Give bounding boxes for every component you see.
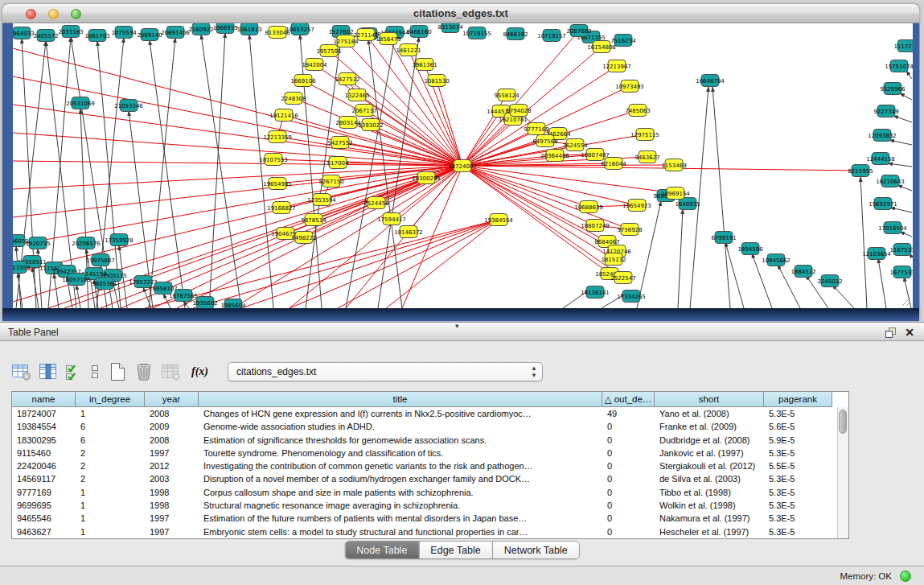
desktop-right-scrollbar[interactable]: [919, 23, 924, 308]
table-row[interactable]: 977716911998Corpus callosum shape and si…: [12, 486, 848, 499]
graph-node[interactable]: 2245012: [817, 275, 842, 287]
graph-node[interactable]: 9558124: [494, 89, 519, 101]
graph-node[interactable]: 15692971: [869, 198, 897, 210]
network-canvas-container[interactable]: 1964033240557220331831861763107553420691…: [13, 23, 913, 308]
graph-node[interactable]: 10945662: [762, 254, 791, 266]
graph-node[interactable]: 517004: [327, 157, 349, 169]
graph-node[interactable]: 8215955: [848, 165, 873, 177]
graph-node[interactable]: 5498222: [291, 232, 316, 244]
graph-node[interactable]: 9329966: [880, 83, 906, 95]
graph-node[interactable]: 3624554: [562, 139, 588, 151]
show-columns-icon[interactable]: [39, 362, 58, 381]
graph-node[interactable]: 10146372: [394, 226, 423, 238]
graph-node[interactable]: 6497568: [532, 135, 557, 147]
graph-node[interactable]: 12213359: [263, 131, 292, 143]
graph-node[interactable]: 1427512: [335, 73, 359, 85]
graph-node[interactable]: 1866919: [212, 23, 237, 34]
graph-node[interactable]: 1677533: [889, 266, 913, 278]
tab-node-table[interactable]: Node Table: [345, 542, 418, 558]
graph-node[interactable]: 8466160: [406, 26, 431, 38]
rows-icon[interactable]: [88, 362, 101, 381]
graph-node[interactable]: 16210643: [876, 175, 905, 187]
function-builder-icon[interactable]: f(x): [191, 365, 208, 378]
table-row[interactable]: 1872400712008Changes of HCN gene express…: [12, 407, 848, 420]
graph-node[interactable]: 1167533: [889, 244, 913, 256]
graph-node[interactable]: 12093832: [868, 130, 897, 142]
table-selector[interactable]: citations_edges.txt ▲▼: [228, 362, 543, 381]
graph-node[interactable]: 2248308: [281, 93, 306, 105]
graph-node[interactable]: 2803144: [335, 117, 361, 129]
table-row[interactable]: 2242004622012Investigating the contribut…: [12, 459, 848, 472]
graph-node[interactable]: 1461221: [396, 44, 421, 56]
graph-node[interactable]: 1861763: [84, 30, 109, 42]
table-row[interactable]: 1830029562008Estimation of significance …: [12, 434, 848, 447]
graph-node[interactable]: 1815132: [601, 253, 626, 266]
graph-node[interactable]: 1894596: [737, 243, 763, 255]
graph-node[interactable]: 12975115: [630, 129, 659, 141]
network-canvas[interactable]: 1964033240557220331831861763107553420691…: [13, 23, 913, 308]
graph-node[interactable]: 17359928: [105, 234, 133, 246]
splitter-handle-icon[interactable]: ▾: [455, 322, 459, 330]
graph-node[interactable]: 1961361: [412, 59, 437, 71]
graph-node[interactable]: 10719157: [537, 30, 566, 42]
graph-node[interactable]: 5267150: [318, 175, 343, 187]
column-header-short[interactable]: short: [655, 392, 764, 407]
graph-node[interactable]: 2033183: [58, 26, 83, 38]
graph-node[interactable]: 1842004: [302, 59, 327, 71]
graph-node[interactable]: 2160922: [188, 23, 213, 35]
scrollbar-thumb[interactable]: [839, 410, 847, 434]
graph-node[interactable]: 15751074: [885, 60, 913, 72]
select-columns-icon[interactable]: [64, 362, 82, 381]
graph-node[interactable]: 1075534: [111, 27, 137, 39]
graph-node[interactable]: 17016504: [878, 222, 907, 234]
graph-node[interactable]: 17594417: [377, 213, 406, 225]
close-panel-icon[interactable]: ✕: [905, 326, 914, 339]
graph-node[interactable]: 20531069: [66, 97, 95, 109]
graph-node[interactable]: 2067137: [351, 105, 376, 117]
graph-node[interactable]: 12213967: [602, 60, 631, 72]
graph-node[interactable]: 7485063: [625, 105, 650, 117]
table-settings-icon[interactable]: [11, 362, 32, 381]
graph-node[interactable]: 14136141: [581, 286, 610, 299]
graph-node[interactable]: 2271141: [353, 29, 378, 41]
table-row[interactable]: 911546021997Tourette syndrome. Phenomeno…: [12, 447, 848, 459]
table-row[interactable]: 946554611997Estimation of the future num…: [12, 512, 848, 525]
table-row[interactable]: 1456911722003Disruption of a novel membe…: [12, 472, 848, 485]
table-row[interactable]: 946362711997Embryonic stem cells: a mode…: [12, 525, 848, 538]
column-header-year[interactable]: year: [145, 392, 199, 407]
graph-node[interactable]: 2405572: [33, 30, 58, 42]
graph-node[interactable]: 16648784: [696, 75, 725, 87]
graph-node[interactable]: 10688639: [574, 201, 603, 213]
graph-node[interactable]: 9463627: [634, 151, 659, 163]
graph-node[interactable]: 1322465: [344, 89, 369, 101]
column-header-title[interactable]: title: [199, 392, 602, 407]
graph-node[interactable]: 1061813: [236, 23, 261, 35]
graph-node[interactable]: 1081530: [424, 75, 449, 87]
graph-node[interactable]: 10973493: [615, 80, 644, 93]
graph-node[interactable]: 9805361: [92, 278, 117, 290]
graph-node[interactable]: 20206576: [72, 237, 101, 249]
graph-node[interactable]: 20691406: [161, 27, 190, 39]
graph-node[interactable]: 19654985: [263, 178, 292, 190]
graph-node[interactable]: 1669106: [290, 75, 316, 87]
graph-node[interactable]: 12444158: [866, 153, 895, 165]
tab-network-table[interactable]: Network Table: [492, 542, 579, 558]
graph-node[interactable]: 20364486: [540, 150, 569, 162]
graph-node[interactable]: 8313074: [437, 23, 463, 33]
float-window-icon[interactable]: [885, 327, 897, 339]
window-titlebar[interactable]: citations_edges.txt: [2, 4, 919, 23]
graph-node[interactable]: 8466162: [503, 28, 528, 40]
graph-node[interactable]: 9227349: [873, 105, 898, 117]
resize-grip-icon[interactable]: [900, 295, 911, 307]
graph-node[interactable]: 2087682: [566, 25, 591, 37]
graph-node[interactable]: 6799191: [711, 232, 736, 244]
graph-node[interactable]: 19975887: [86, 254, 115, 266]
column-header-name[interactable]: name: [12, 392, 76, 407]
graph-node[interactable]: 1153469: [661, 159, 686, 171]
graph-node[interactable]: 10719155: [462, 27, 491, 39]
graph-node[interactable]: 12103654: [862, 248, 891, 260]
graph-node[interactable]: 12353594: [307, 194, 336, 206]
table-row[interactable]: 969969511998Structural magnetic resonanc…: [12, 499, 848, 512]
graph-node[interactable]: 9756928: [617, 224, 642, 236]
graph-node[interactable]: 6794028: [506, 105, 531, 117]
